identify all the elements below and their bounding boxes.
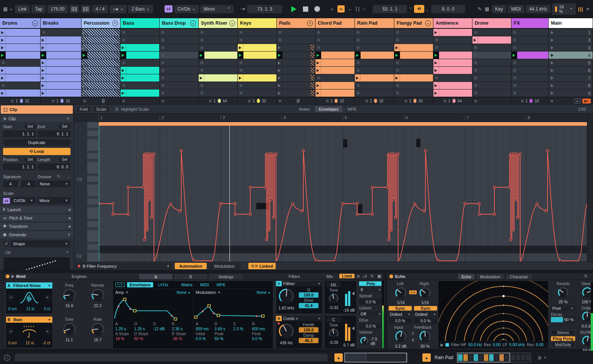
echo-pingpong-mode[interactable]: Ping Pong: [551, 336, 575, 341]
echo-midside-mode[interactable]: Mid/Side: [551, 342, 575, 347]
mix-a-db-value[interactable]: -16 dB: [343, 308, 355, 312]
engine-b-selector[interactable]: Rain▼: [12, 317, 52, 323]
key-signature-icon[interactable]: ♭♯: [165, 5, 173, 13]
clip-slot[interactable]: [160, 89, 198, 97]
clip-slot[interactable]: [238, 29, 276, 36]
meld-fold-icon[interactable]: ▶: [11, 274, 14, 279]
clip-stop-button[interactable]: [396, 69, 399, 72]
clip-slot[interactable]: [41, 52, 81, 59]
clip-slot[interactable]: [199, 82, 237, 89]
scene-play-icon[interactable]: [551, 31, 554, 34]
freq-knob[interactable]: [62, 287, 77, 303]
clip-launch-button[interactable]: [315, 67, 321, 74]
clip-stop-button[interactable]: [513, 31, 516, 34]
punch-out-icon[interactable]: ◟: [427, 6, 429, 12]
tempo-field[interactable]: 175.00: [47, 5, 68, 13]
narrow-knob[interactable]: [90, 287, 105, 303]
main-stop-button[interactable]: [551, 100, 553, 102]
loop-length-field[interactable]: 8. 0. 0: [431, 5, 465, 13]
scene-play-icon[interactable]: [551, 61, 554, 64]
echo-randomize-icon[interactable]: ↻: [584, 274, 588, 279]
clip-slot[interactable]: [315, 82, 355, 89]
track-header[interactable]: Rain Pad: [355, 18, 394, 29]
group-clip-launch-button[interactable]: [82, 59, 87, 66]
clip-slot[interactable]: [199, 74, 237, 82]
amp-envelope-graph[interactable]: [113, 296, 191, 321]
track-fold-icon[interactable]: ⌄: [32, 20, 38, 26]
clip-stop-button[interactable]: [240, 92, 242, 94]
clip-slot[interactable]: [472, 74, 511, 82]
mod-envelope-graph[interactable]: [193, 296, 271, 321]
punch-brackets-icon[interactable]: ⌈⌋: [356, 6, 359, 12]
automation-arm-icon[interactable]: ∞: [337, 5, 345, 13]
clip-slot[interactable]: [238, 74, 276, 82]
punch-in-icon[interactable]: ◝: [409, 6, 411, 12]
clip-slot[interactable]: [238, 59, 276, 67]
clip-stop-button[interactable]: [357, 69, 359, 72]
echo-filter-play-icon[interactable]: ▶: [441, 342, 444, 347]
clip-slot[interactable]: [160, 74, 198, 82]
amp-mode-selector[interactable]: None ▼: [177, 290, 191, 295]
clip-slot[interactable]: [121, 67, 159, 74]
scene-play-icon[interactable]: [551, 69, 554, 72]
clip-slot[interactable]: [238, 89, 276, 97]
clip-launch-button[interactable]: [433, 29, 439, 36]
clip-slot[interactable]: [433, 82, 472, 89]
clip-slot[interactable]: [315, 89, 355, 97]
clip-stop-button[interactable]: [279, 31, 281, 34]
clip-stop-button[interactable]: [240, 69, 242, 72]
clip-stop-button[interactable]: [162, 77, 164, 79]
echo-res1-value[interactable]: 0.00: [493, 342, 500, 347]
scene-launch-row[interactable]: 2: [549, 36, 593, 44]
clip-stop-button[interactable]: [513, 77, 516, 79]
echo-right-knob[interactable]: [418, 286, 432, 300]
clip-launch-button[interactable]: [121, 44, 126, 51]
amp-decay-value[interactable]: 1.25 s: [134, 326, 153, 331]
engine-a-selector[interactable]: Filtered Noise▼: [12, 282, 52, 289]
clip-stop-button[interactable]: [357, 31, 359, 34]
clip-launch-button[interactable]: [355, 74, 361, 82]
group-slot-button[interactable]: [277, 89, 282, 97]
engine-a-ct[interactable]: 0 ct: [44, 307, 50, 311]
clip-slot[interactable]: [355, 89, 394, 97]
meld-scale-icon[interactable]: ♭♯: [363, 274, 367, 279]
scale-fold-button[interactable]: Scale: [93, 106, 110, 113]
subtab-midi[interactable]: MIDI: [198, 282, 212, 287]
clip-slot[interactable]: [394, 74, 433, 82]
clip-stop-button[interactable]: [435, 39, 438, 41]
meld-tab-settings[interactable]: Settings: [209, 273, 243, 279]
clip-stop-button[interactable]: [513, 61, 516, 64]
nudge-down-icon[interactable]: [69, 5, 79, 13]
clip-stop-button[interactable]: [396, 31, 399, 34]
info-icon[interactable]: i: [4, 355, 10, 361]
clip-stop-button[interactable]: [357, 84, 359, 87]
arrangement-position-field[interactable]: 73. 1. 3: [247, 5, 282, 13]
quantize-value-menu[interactable]: 2 Bars▼: [128, 5, 153, 13]
echo-d-button[interactable]: D: [410, 331, 416, 336]
clip-slot[interactable]: [277, 44, 315, 52]
subtab-mpe[interactable]: MPE: [214, 282, 228, 287]
engine-b-prev-icon[interactable]: ◀: [8, 329, 13, 334]
track-header[interactable]: Bass: [121, 18, 159, 29]
clip-slot[interactable]: [160, 29, 198, 36]
clip-slot[interactable]: [277, 74, 315, 82]
echo-offset-right[interactable]: 0.0 %: [414, 318, 437, 323]
limit-button[interactable]: Limit: [339, 274, 355, 278]
arrangement-view-toggle-icon[interactable]: ≡: [586, 6, 589, 12]
clip-slot[interactable]: [0, 89, 40, 97]
device-chain-overview-2[interactable]: [510, 353, 531, 362]
clip-stop-button[interactable]: [396, 84, 399, 87]
clip-stop-button[interactable]: [279, 39, 281, 41]
clip-slot[interactable]: [315, 59, 355, 67]
poly-button[interactable]: Poly: [359, 281, 383, 286]
clip-slot[interactable]: [277, 29, 315, 36]
clip-slot[interactable]: [511, 29, 548, 36]
clip-slot[interactable]: [199, 67, 237, 74]
track-fold-icon[interactable]: ⌄: [229, 20, 235, 26]
clip-slot[interactable]: [511, 74, 548, 82]
group-clip-launch-button[interactable]: [82, 44, 87, 51]
clip-launch-button[interactable]: [41, 44, 46, 51]
clip-stop-button[interactable]: [513, 46, 516, 49]
track-stop-button[interactable]: [474, 100, 477, 102]
capture-midi-icon[interactable]: ○: [362, 6, 366, 12]
